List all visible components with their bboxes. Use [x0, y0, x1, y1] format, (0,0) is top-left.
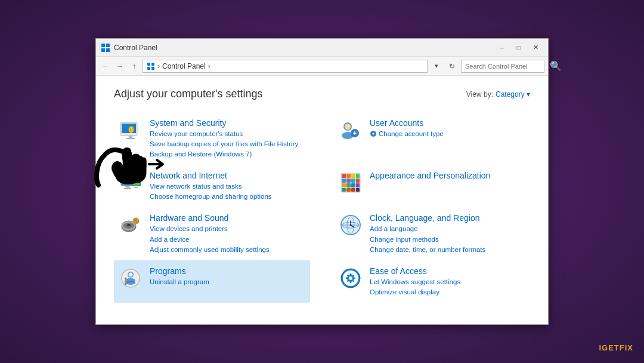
close-button[interactable]: ✕ — [528, 42, 543, 54]
user-accounts-title[interactable]: User Accounts — [370, 118, 525, 128]
svg-point-71 — [349, 276, 352, 280]
clock-language-link-3[interactable]: Change date, time, or number formats — [370, 245, 525, 254]
window-controls: − □ ✕ — [494, 42, 543, 54]
search-box[interactable]: 🔍 — [461, 60, 544, 73]
system-security-icon: ! — [119, 118, 143, 142]
hardware-sound-content: Hardware and Sound View devices and prin… — [150, 213, 305, 254]
category-clock-language[interactable]: Clock, Language, and Region Add a langua… — [334, 207, 530, 260]
search-icon: 🔍 — [550, 60, 562, 72]
svg-rect-45 — [356, 188, 360, 192]
address-path[interactable]: › Control Panel › — [143, 60, 428, 73]
back-button[interactable]: ← — [100, 60, 112, 72]
address-dropdown-button[interactable]: ▾ — [430, 60, 443, 73]
system-security-links: Review your computer's status Save backu… — [150, 129, 305, 159]
page-heading: Adjust your computer's settings — [114, 88, 263, 100]
svg-rect-27 — [133, 180, 139, 184]
svg-rect-39 — [346, 183, 351, 187]
svg-rect-30 — [342, 174, 346, 178]
address-bar: ← → ↑ › Control Panel › ▾ ↻ 🔍 — [96, 57, 548, 76]
hardware-sound-link-3[interactable]: Adjust commonly used mobility settings — [150, 245, 305, 254]
content-area: Adjust your computer's settings View by:… — [96, 76, 548, 324]
programs-title[interactable]: Programs — [150, 266, 305, 276]
svg-rect-41 — [356, 183, 360, 187]
system-security-link-2[interactable]: Save backup copies of your files with Fi… — [150, 139, 305, 149]
svg-point-15 — [345, 124, 351, 130]
clock-language-icon — [339, 213, 363, 237]
svg-rect-37 — [356, 179, 360, 183]
system-security-link-3[interactable]: Backup and Restore (Windows 7) — [150, 149, 305, 159]
maximize-button[interactable]: □ — [511, 42, 527, 54]
user-accounts-icon — [339, 118, 363, 142]
network-internet-link-2[interactable]: Choose homegroup and sharing options — [150, 192, 305, 201]
svg-rect-28 — [134, 187, 138, 188]
svg-point-49 — [127, 224, 131, 226]
category-network-internet[interactable]: Network and Internet View network status… — [114, 165, 310, 207]
path-icon — [147, 62, 155, 70]
clock-language-link-1[interactable]: Add a language — [370, 224, 525, 233]
category-appearance[interactable]: Appearance and Personalization — [334, 165, 530, 207]
search-input[interactable] — [465, 63, 547, 70]
programs-link-1[interactable]: Uninstall a program — [150, 277, 305, 287]
clock-language-link-2[interactable]: Change input methods — [370, 235, 525, 244]
svg-rect-4 — [147, 63, 150, 66]
category-hardware-sound[interactable]: Hardware and Sound View devices and prin… — [114, 207, 310, 260]
category-system-security[interactable]: ! System and Security Review your comput… — [114, 112, 310, 165]
hardware-sound-link-2[interactable]: Add a device — [150, 235, 305, 244]
svg-rect-7 — [151, 67, 154, 70]
title-bar: Control Panel − □ ✕ — [96, 39, 548, 57]
forward-button[interactable]: → — [114, 60, 126, 72]
hardware-sound-title[interactable]: Hardware and Sound — [150, 213, 305, 223]
hardware-sound-link-1[interactable]: View devices and printers — [150, 224, 305, 233]
network-internet-icon — [119, 171, 143, 195]
svg-marker-10 — [128, 136, 133, 138]
view-by-label: View by: — [466, 90, 493, 99]
user-accounts-link-1[interactable]: Change account type — [370, 129, 525, 140]
svg-point-63 — [129, 272, 133, 276]
watermark: IGETFIX — [599, 343, 633, 352]
svg-rect-35 — [346, 179, 351, 183]
window-icon — [101, 43, 110, 53]
svg-rect-44 — [351, 188, 355, 192]
programs-links: Uninstall a program — [150, 277, 305, 287]
clock-language-content: Clock, Language, and Region Add a langua… — [370, 213, 525, 254]
network-internet-title[interactable]: Network and Internet — [150, 171, 305, 180]
up-button[interactable]: ↑ — [128, 60, 140, 72]
network-internet-links: View network status and tasks Choose hom… — [150, 182, 305, 201]
svg-rect-38 — [342, 183, 346, 187]
path-separator-1: › — [157, 62, 160, 70]
refresh-button[interactable]: ↻ — [445, 60, 459, 73]
network-internet-content: Network and Internet View network status… — [150, 171, 305, 201]
programs-content: Programs Uninstall a program — [150, 266, 305, 287]
system-security-title[interactable]: System and Security — [150, 118, 305, 128]
svg-rect-33 — [356, 174, 360, 178]
category-programs[interactable]: Programs Uninstall a program — [114, 260, 310, 303]
svg-rect-1 — [106, 44, 110, 47]
appearance-title[interactable]: Appearance and Personalization — [370, 171, 525, 180]
svg-rect-34 — [342, 179, 346, 183]
svg-rect-2 — [101, 48, 105, 52]
user-accounts-links: Change account type — [370, 129, 525, 140]
system-security-link-1[interactable]: Review your computer's status — [150, 129, 305, 139]
svg-rect-3 — [106, 48, 110, 52]
clock-language-title[interactable]: Clock, Language, and Region — [370, 213, 525, 223]
svg-rect-64 — [127, 281, 134, 282]
view-by-value[interactable]: Category ▾ — [496, 90, 530, 99]
svg-rect-0 — [101, 44, 105, 47]
ease-of-access-links: Let Windows suggest settings Optimize vi… — [370, 277, 525, 297]
ease-of-access-content: Ease of Access Let Windows suggest setti… — [370, 266, 525, 297]
control-panel-window: Control Panel − □ ✕ ← → ↑ › Control Pane… — [95, 38, 549, 325]
ease-of-access-link-1[interactable]: Let Windows suggest settings — [370, 277, 525, 287]
hardware-sound-links: View devices and printers Add a device A… — [150, 224, 305, 254]
minimize-button[interactable]: − — [494, 42, 510, 54]
system-security-content: System and Security Review your computer… — [150, 118, 305, 159]
user-accounts-content: User Accounts Change account type — [370, 118, 525, 140]
category-user-accounts[interactable]: User Accounts Change account type — [334, 112, 530, 165]
ease-of-access-link-2[interactable]: Optimize visual display — [370, 287, 525, 297]
path-separator-2: › — [208, 62, 210, 70]
ease-of-access-title[interactable]: Ease of Access — [370, 266, 525, 276]
view-by-control: View by: Category ▾ — [466, 90, 530, 99]
svg-rect-43 — [346, 188, 351, 192]
network-internet-link-1[interactable]: View network status and tasks — [150, 182, 305, 191]
appearance-icon — [339, 171, 363, 195]
category-ease-of-access[interactable]: Ease of Access Let Windows suggest setti… — [334, 260, 530, 303]
